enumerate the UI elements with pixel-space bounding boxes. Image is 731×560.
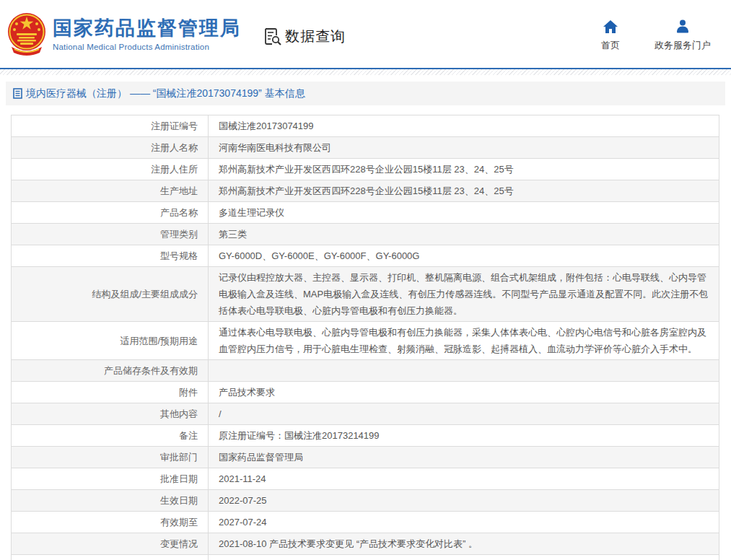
row-value: GY-6000D、GY-6000E、GY-6000F、GY-6000G [209, 245, 719, 267]
table-row: 批准日期2021-11-24 [12, 468, 719, 490]
row-value: 国家药品监督管理局 [209, 447, 719, 468]
row-value: 郑州高新技术产业开发区西四环228号企业公园15楼11层 23、24、25号 [209, 180, 719, 202]
home-icon [603, 19, 618, 33]
table-row: 注册证编号国械注准20173074199 [12, 115, 719, 137]
row-label: 审批部门 [12, 447, 209, 468]
breadcrumb-text: 境内医疗器械（注册） —— “国械注准20173074199” 基本信息 [26, 87, 305, 100]
row-label: 附件 [12, 382, 209, 403]
row-value: 河南华南医电科技有限公司 [209, 137, 719, 159]
table-row: 附件产品技术要求 [12, 382, 719, 403]
row-value: 2021-11-24 [209, 468, 719, 490]
row-label: 生效日期 [12, 490, 209, 512]
row-value: 郑州高新技术产业开发区西四环228号企业公园15楼11层 23、24、25号 [209, 159, 719, 180]
row-label: 结构及组成/主要组成成分 [12, 267, 209, 322]
row-label: 生产地址 [12, 180, 209, 202]
row-value: 2027-07-24 [209, 512, 719, 533]
document-list-icon [13, 88, 22, 99]
table-row: 注册人名称河南华南医电科技有限公司 [12, 137, 719, 159]
row-value: 产品技术要求 [209, 382, 719, 403]
table-row: 管理类别第三类 [12, 224, 719, 245]
org-name-en: National Medical Products Administration [53, 43, 241, 51]
row-value: 2022-07-25 [209, 490, 719, 512]
row-label: 管理类别 [12, 224, 209, 245]
nav-home-label: 首页 [601, 39, 620, 52]
row-value [209, 360, 719, 382]
data-query-section: 数据查询 [263, 27, 346, 46]
table-row: 产品名称多道生理记录仪 [12, 202, 719, 224]
row-value: 原注册证编号：国械注准20173214199 [209, 425, 719, 447]
org-name-cn: 国家药品监督管理局 [53, 17, 241, 39]
row-value: / [209, 403, 719, 425]
table-row: 备注原注册证编号：国械注准20173214199 [12, 425, 719, 447]
row-value: 第三类 [209, 224, 719, 245]
row-label: 适用范围/预期用途 [12, 322, 209, 360]
table-row: 生产地址郑州高新技术产业开发区西四环228号企业公园15楼11层 23、24、2… [12, 180, 719, 202]
table-row: 产品储存条件及有效期 [12, 360, 719, 382]
document-search-icon [263, 27, 282, 46]
table-row: 注册人住所郑州高新技术产业开发区西四环228号企业公园15楼11层 23、24、… [12, 159, 719, 180]
table-row: 型号规格GY-6000D、GY-6000E、GY-6000F、GY-6000G [12, 245, 719, 267]
row-label: 产品名称 [12, 202, 209, 224]
table-row: 审批部门国家药品监督管理局 [12, 447, 719, 468]
org-titles: 国家药品监督管理局 National Medical Products Admi… [53, 17, 241, 51]
table-row: 有效期至2027-07-24 [12, 512, 719, 533]
table-row: 变更情况2021-08-10 产品技术要求变更见 “产品技术要求变化对比表” 。 [12, 533, 719, 555]
row-value: 记录仪由程控放大器、主控器、显示器、打印机、整机隔离电源、组合式机架组成，附件包… [209, 267, 719, 322]
decorative-hatch-band [0, 69, 731, 75]
row-label: 注册人住所 [12, 159, 209, 180]
row-label: 其他内容 [12, 403, 209, 425]
registration-info-table: 注册证编号国械注准20173074199注册人名称河南华南医电科技有限公司注册人… [11, 115, 719, 560]
table-row: 适用范围/预期用途通过体表心电导联电极、心脏内导管电极和有创压力换能器，采集人体… [12, 322, 719, 360]
row-label: 批准日期 [12, 468, 209, 490]
breadcrumb: 境内医疗器械（注册） —— “国械注准20173074199” 基本信息 [6, 82, 725, 105]
top-nav: 首页 政务服务门户 [566, 19, 711, 52]
nav-portal[interactable]: 政务服务门户 [655, 19, 711, 52]
row-label: 产品储存条件及有效期 [12, 360, 209, 382]
row-label: 备注 [12, 425, 209, 447]
table-row: 结构及组成/主要组成成分记录仪由程控放大器、主控器、显示器、打印机、整机隔离电源… [12, 267, 719, 322]
national-emblem-logo [7, 11, 46, 57]
row-value: 多道生理记录仪 [209, 202, 719, 224]
table-row: 注详情 [12, 555, 719, 560]
row-label: 型号规格 [12, 245, 209, 267]
info-table-body: 注册证编号国械注准20173074199注册人名称河南华南医电科技有限公司注册人… [12, 115, 719, 560]
nav-home[interactable]: 首页 [601, 19, 620, 52]
row-value: 详情 [209, 555, 719, 560]
row-value: 2021-08-10 产品技术要求变更见 “产品技术要求变化对比表” 。 [209, 533, 719, 555]
section-title: 数据查询 [285, 27, 346, 46]
row-label: 变更情况 [12, 533, 209, 555]
row-label: 有效期至 [12, 512, 209, 533]
table-row: 其他内容/ [12, 403, 719, 425]
row-value: 国械注准20173074199 [209, 115, 719, 137]
person-icon [675, 19, 690, 33]
row-label: 注 [12, 555, 209, 560]
site-header: 国家药品监督管理局 National Medical Products Admi… [0, 0, 731, 69]
row-value: 通过体表心电导联电极、心脏内导管电极和有创压力换能器，采集人体体表心电、心腔内心… [209, 322, 719, 360]
row-label: 注册证编号 [12, 115, 209, 137]
nav-portal-label: 政务服务门户 [655, 39, 711, 52]
table-row: 生效日期2022-07-25 [12, 490, 719, 512]
row-label: 注册人名称 [12, 137, 209, 159]
